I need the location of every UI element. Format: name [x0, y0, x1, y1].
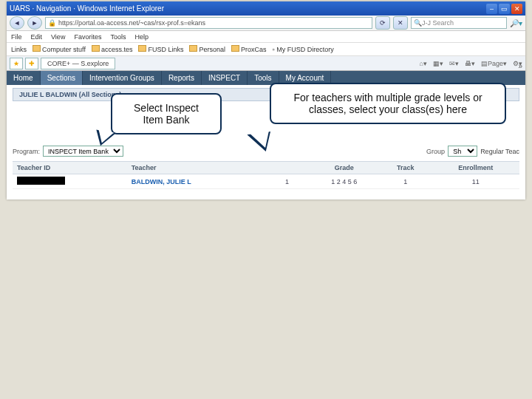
table-header-row: Teacher ID Teacher Grade Track Enrollmen… [13, 162, 519, 174]
program-label: Program: [13, 148, 40, 155]
command-bar: ⌂▾ ▦▾ ✉▾ 🖶▾ ▤Page▾ ⚙▾ [115, 60, 522, 67]
window-controls: – ▭ ✕ [486, 4, 522, 14]
minimize-button[interactable]: – [486, 4, 497, 14]
chevron-right-icon[interactable]: » [518, 62, 522, 70]
sections-table: Teacher ID Teacher Grade Track Enrollmen… [13, 161, 519, 189]
search-go-icon[interactable]: 🔎▾ [510, 19, 522, 27]
search-icon: 🔍 [414, 19, 422, 27]
link-item[interactable]: access.tes [92, 45, 133, 53]
folder-icon [92, 45, 100, 52]
col-enrollment[interactable]: Enrollment [432, 162, 519, 174]
menu-edit[interactable]: Edit [31, 33, 43, 41]
url-text: https://portal.oa-access.net/~cas/rsx-pr… [58, 19, 205, 27]
tab-reports[interactable]: Reports [162, 71, 202, 85]
menu-view[interactable]: View [51, 33, 65, 41]
window-title: UARS · Navigation · Windows Internet Exp… [10, 4, 486, 13]
add-favorite-button[interactable]: ✚ [25, 58, 38, 69]
menubar: File Edit View Favorites Tools Help [7, 31, 525, 43]
cell-teacher[interactable]: BALDWIN, JULIE L [127, 174, 265, 189]
link-item[interactable]: Personal [189, 45, 225, 53]
links-label: Links [11, 46, 27, 53]
tab-inspect[interactable]: INSPECT [202, 71, 248, 85]
favorites-star-button[interactable]: ★ [10, 58, 23, 69]
page-icon: ▫ [272, 46, 274, 53]
maximize-button[interactable]: ▭ [499, 4, 510, 14]
folder-icon [231, 45, 239, 52]
search-placeholder: J-J Search [422, 19, 454, 27]
tab-sections[interactable]: Sections [41, 71, 83, 85]
mail-icon[interactable]: ✉▾ [449, 60, 459, 67]
nav-row: ◄ ► 🔒 https://portal.oa-access.net/~cas/… [7, 16, 525, 31]
stop-button[interactable]: ✕ [393, 16, 408, 30]
menu-tools[interactable]: Tools [110, 33, 126, 41]
page-tab[interactable]: CORE+ — S.explore [41, 58, 115, 69]
group-select[interactable]: Sh [448, 146, 477, 157]
search-box[interactable]: 🔍 J-J Search [411, 17, 507, 29]
cell-section: 1 [265, 174, 310, 189]
lock-icon: 🔒 [48, 19, 56, 27]
address-bar[interactable]: 🔒 https://portal.oa-access.net/~cas/rsx-… [45, 17, 372, 29]
callout-select-inspect: Select Inspect Item Bank [111, 93, 222, 134]
table-row[interactable]: BALDWIN, JULIE L 1 1 2 4 5 6 1 11 [13, 174, 519, 189]
teacher-type-label: Regular Teac [480, 148, 519, 155]
menu-file[interactable]: File [11, 33, 22, 41]
folder-icon [33, 45, 41, 52]
cell-grade: 1 2 4 5 6 [310, 174, 379, 189]
callout-select-classes: For teachers with multiple grade levels … [270, 83, 506, 124]
col-teacher-id[interactable]: Teacher ID [13, 162, 127, 174]
group-label: Group [426, 148, 445, 155]
cell-enrollment: 11 [432, 174, 519, 189]
refresh-button[interactable]: ⟳ [375, 16, 390, 30]
col-teacher[interactable]: Teacher [127, 162, 265, 174]
menu-favorites[interactable]: Favorites [74, 33, 101, 41]
callout-tail-icon [247, 132, 273, 154]
col-track[interactable]: Track [379, 162, 432, 174]
links-bar: Links Computer stuff access.tes FUSD Lin… [7, 43, 525, 56]
cell-track: 1 [379, 174, 432, 189]
folder-icon [138, 45, 146, 52]
tab-intervention-groups[interactable]: Intervention Groups [83, 71, 162, 85]
tab-home[interactable]: Home [7, 71, 41, 85]
cell-teacher-id [13, 174, 127, 189]
back-button[interactable]: ◄ [10, 16, 24, 30]
link-item[interactable]: FUSD Links [138, 45, 183, 53]
col-grade[interactable]: Grade [310, 162, 379, 174]
print-icon[interactable]: 🖶▾ [465, 60, 475, 67]
forward-button[interactable]: ► [27, 16, 42, 30]
link-item[interactable]: ▫ My FUSD Directory [272, 46, 333, 53]
link-item[interactable]: ProxCas [231, 45, 267, 53]
col-section[interactable] [265, 162, 310, 174]
redacted-id [17, 177, 65, 185]
feed-icon[interactable]: ▦▾ [433, 60, 443, 67]
link-item[interactable]: Computer stuff [33, 45, 86, 53]
home-icon[interactable]: ⌂▾ [420, 60, 427, 67]
page-icon[interactable]: ▤Page▾ [481, 60, 507, 67]
titlebar: UARS · Navigation · Windows Internet Exp… [7, 1, 525, 16]
tab-bar: ★ ✚ CORE+ — S.explore ⌂▾ ▦▾ ✉▾ 🖶▾ ▤Page▾… [7, 56, 525, 71]
menu-help[interactable]: Help [134, 33, 149, 41]
close-button[interactable]: ✕ [511, 4, 522, 14]
folder-icon [189, 45, 197, 52]
